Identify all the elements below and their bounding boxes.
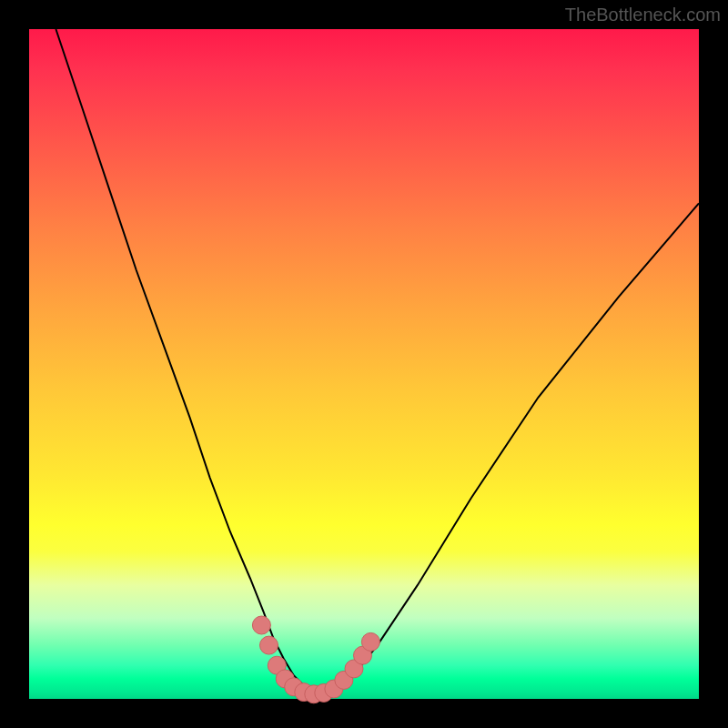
chart-svg xyxy=(29,29,699,699)
watermark-text: TheBottleneck.com xyxy=(565,5,721,25)
bottleneck-curve xyxy=(56,29,699,694)
chart-plot-area xyxy=(29,29,699,699)
marker-group xyxy=(252,616,379,703)
data-marker xyxy=(260,636,278,654)
data-marker xyxy=(252,616,270,634)
data-marker xyxy=(361,632,379,651)
